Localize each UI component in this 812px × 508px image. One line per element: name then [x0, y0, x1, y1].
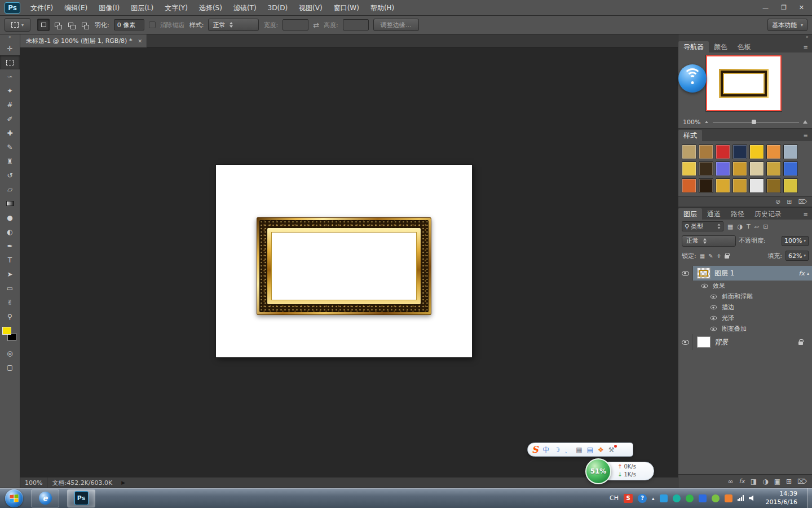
menu-filter[interactable]: 滤镜(T) [228, 0, 262, 16]
new-style-icon[interactable]: ⊞ [787, 198, 792, 205]
blend-mode-select[interactable]: 正常 [682, 235, 736, 247]
ime-moon-icon[interactable]: ☽ [554, 446, 561, 453]
ime-cn-en-icon[interactable]: 中 [543, 446, 550, 453]
layer-filter-type-select[interactable]: ⚲ 类型 [682, 221, 723, 231]
ime-toolbox-icon[interactable]: ⚒ [608, 446, 615, 453]
effect-pattern-overlay-row[interactable]: 图案叠加 [678, 323, 812, 334]
layer-fx-badge[interactable]: fx [799, 270, 805, 277]
style-swatch[interactable] [749, 144, 764, 159]
layer1-name[interactable]: 图层 1 [714, 269, 734, 278]
language-indicator[interactable]: CH [610, 494, 619, 502]
collapse-dock-icon[interactable]: » [806, 34, 809, 40]
layer-row-layer1[interactable]: 图层 1 fx ▴ [678, 266, 812, 281]
style-swatch[interactable] [716, 161, 730, 176]
style-swatch[interactable] [699, 161, 713, 176]
layer-mask-icon[interactable]: ◨ [751, 478, 757, 485]
ime-skin-icon[interactable]: ❖ [598, 446, 604, 453]
style-swatch[interactable] [682, 178, 696, 193]
workspace-switcher[interactable]: 基本功能 ▾ [767, 19, 807, 31]
lock-pixels-icon[interactable]: ✎ [708, 253, 713, 259]
tray-icon-2[interactable] [673, 494, 681, 502]
add-to-selection-icon[interactable] [51, 19, 63, 31]
tab-styles[interactable]: 样式 [678, 130, 702, 141]
opacity-field[interactable]: 100% ▾ [782, 236, 809, 246]
style-swatch[interactable] [766, 161, 781, 176]
eyedropper-tool[interactable]: ✐ [0, 112, 20, 126]
style-swatch[interactable] [699, 144, 713, 159]
menu-image[interactable]: 图像(I) [93, 0, 125, 16]
clear-style-icon[interactable]: ⊘ [775, 198, 780, 205]
eye-icon[interactable] [710, 327, 717, 331]
eraser-tool[interactable]: ▱ [0, 182, 20, 196]
lasso-tool[interactable]: ∽ [0, 69, 20, 84]
sogou-tray-icon[interactable]: S [624, 494, 633, 503]
menu-3d[interactable]: 3D(D) [262, 0, 293, 16]
tray-icon-5[interactable] [712, 494, 720, 502]
memory-usage-ball[interactable]: 51% [585, 458, 611, 484]
effects-collapse-icon[interactable]: ▴ [807, 271, 809, 276]
style-swatch[interactable] [766, 144, 781, 159]
canvas[interactable] [216, 165, 472, 357]
taskbar-photoshop-button[interactable]: Ps [67, 489, 95, 507]
clone-stamp-tool[interactable]: ♜ [0, 154, 20, 168]
eye-icon[interactable] [682, 340, 689, 345]
tab-channels[interactable]: 通道 [702, 208, 726, 220]
intersect-selection-icon[interactable] [78, 19, 90, 31]
brush-tool[interactable]: ✎ [0, 140, 20, 154]
pen-tool[interactable]: ✒ [0, 239, 20, 253]
height-input[interactable] [343, 19, 369, 30]
menu-help[interactable]: 帮助(H) [365, 0, 400, 16]
navigator-proxy-view[interactable] [706, 55, 782, 111]
foreground-color-chip[interactable] [2, 327, 11, 335]
style-swatch[interactable] [682, 144, 696, 159]
menu-layer[interactable]: 图层(L) [125, 0, 159, 16]
ime-logo[interactable]: S [532, 444, 539, 455]
style-swatch[interactable] [749, 161, 764, 176]
ime-clipboard-icon[interactable]: ▤ [587, 446, 593, 453]
effect-stroke-row[interactable]: 描边 [678, 302, 812, 313]
style-swatch[interactable] [732, 161, 747, 176]
style-swatch[interactable] [699, 178, 713, 193]
lock-all-icon[interactable] [725, 255, 729, 259]
background-layer-row[interactable]: 背景 [678, 334, 812, 350]
style-select[interactable]: 正常 [208, 19, 259, 31]
history-brush-tool[interactable]: ↺ [0, 168, 20, 182]
panel-menu-icon[interactable]: ≡ [804, 133, 808, 139]
start-button[interactable] [5, 489, 23, 507]
style-swatch[interactable] [783, 178, 798, 193]
style-swatch[interactable] [783, 161, 798, 176]
feather-input[interactable] [114, 19, 144, 30]
path-selection-tool[interactable]: ➤ [0, 267, 20, 281]
zoom-slider-handle[interactable] [752, 120, 756, 124]
layer-visibility-cell[interactable] [678, 334, 693, 350]
hand-tool[interactable]: ✌ [0, 295, 20, 309]
close-button[interactable]: ✕ [799, 4, 804, 11]
layer-visibility-cell[interactable] [678, 266, 693, 281]
link-layers-icon[interactable]: ∞ [727, 478, 733, 485]
horizontal-type-tool[interactable]: T [0, 253, 20, 267]
layer-style-icon[interactable]: fx [739, 478, 744, 485]
eye-icon[interactable] [682, 271, 689, 276]
style-swatch[interactable] [732, 144, 747, 159]
lock-transparency-icon[interactable]: ▦ [700, 253, 705, 259]
wifi-app-icon[interactable] [678, 64, 707, 93]
taskbar-clock[interactable]: 14:39 2015/6/16 [766, 490, 797, 506]
subtract-from-selection-icon[interactable] [64, 19, 77, 31]
move-tool[interactable]: ✛ [0, 41, 20, 55]
navigator-zoom-slider[interactable] [713, 122, 799, 122]
tab-history[interactable]: 历史记录 [749, 208, 787, 220]
style-swatch[interactable] [732, 178, 747, 193]
panel-menu-icon[interactable]: ≡ [804, 211, 808, 217]
effect-bevel-emboss-row[interactable]: 斜面和浮雕 [678, 291, 812, 302]
restore-button[interactable]: ❐ [781, 4, 787, 11]
menu-file[interactable]: 文件(F) [25, 0, 59, 16]
style-swatch[interactable] [716, 178, 730, 193]
eye-icon[interactable] [710, 305, 717, 310]
adjustment-layer-icon[interactable]: ◑ [762, 478, 768, 485]
document-tab[interactable]: 未标题-1 @ 100% (图层 1, RGB/8) * ✕ [20, 34, 147, 47]
eye-icon[interactable] [701, 284, 708, 288]
ime-keyboard-icon[interactable]: ▦ [576, 446, 582, 453]
tab-swatches[interactable]: 色板 [732, 41, 756, 52]
tray-icon-6[interactable] [725, 494, 732, 502]
ime-punctuation-icon[interactable]: 、 [564, 446, 571, 453]
